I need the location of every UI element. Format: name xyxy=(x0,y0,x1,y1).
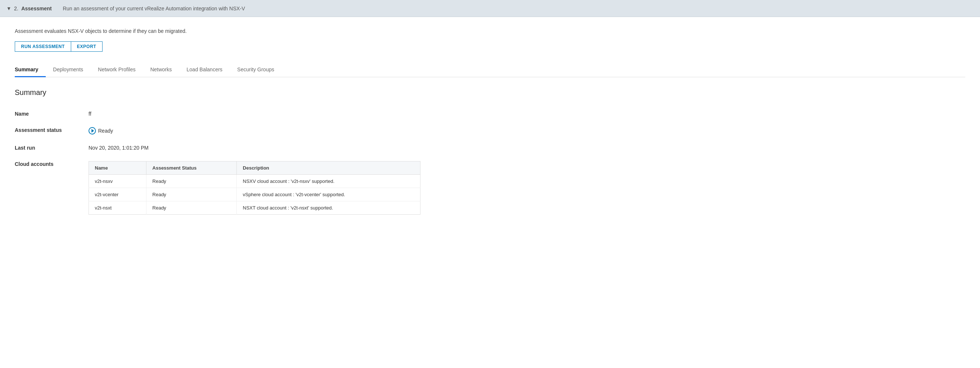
last-run-value: Nov 20, 2020, 1:01:20 PM xyxy=(89,140,965,156)
assessment-title: Assessment xyxy=(21,6,52,11)
action-buttons: RUN ASSESSMENT EXPORT xyxy=(15,42,965,52)
assessment-status-value: Ready xyxy=(89,122,965,140)
account-status-cell: Ready xyxy=(146,175,237,188)
col-header-name: Name xyxy=(89,162,146,175)
account-description-cell: NSXT cloud account : 'v2t-nsxt' supporte… xyxy=(237,202,420,215)
account-description-cell: vSphere cloud account : 'v2t-vcenter' su… xyxy=(237,188,420,202)
assessment-intro: Assessment evaluates NSX-V objects to de… xyxy=(15,28,965,34)
table-row: v2t-nsxvReadyNSXV cloud account : 'v2t-n… xyxy=(89,175,420,188)
tab-network-profiles[interactable]: Network Profiles xyxy=(98,63,143,77)
tab-summary[interactable]: Summary xyxy=(15,63,46,77)
status-circle-icon xyxy=(89,127,96,134)
cloud-accounts-table: Name Assessment Status Description v2t-n… xyxy=(89,161,420,215)
tab-deployments[interactable]: Deployments xyxy=(53,63,91,77)
main-content: Assessment evaluates NSX-V objects to de… xyxy=(0,17,980,368)
tab-bar: Summary Deployments Network Profiles Net… xyxy=(15,63,965,77)
collapse-chevron[interactable]: ▾ xyxy=(7,5,10,12)
name-label: Name xyxy=(15,106,89,122)
tab-load-balancers[interactable]: Load Balancers xyxy=(187,63,230,77)
top-bar: ▾ 2. Assessment Run an assessment of you… xyxy=(0,0,980,17)
table-row: v2t-vcenterReadyvSphere cloud account : … xyxy=(89,188,420,202)
cloud-accounts-table-wrapper: Name Assessment Status Description v2t-n… xyxy=(89,156,965,220)
name-value: ff xyxy=(89,106,965,122)
run-assessment-button[interactable]: RUN ASSESSMENT xyxy=(15,42,71,52)
summary-heading: Summary xyxy=(15,88,965,97)
account-status-cell: Ready xyxy=(146,188,237,202)
account-name-cell: v2t-nsxv xyxy=(89,175,146,188)
table-row: v2t-nsxtReadyNSXT cloud account : 'v2t-n… xyxy=(89,202,420,215)
table-header-row: Name Assessment Status Description xyxy=(89,162,420,175)
export-button[interactable]: EXPORT xyxy=(71,42,103,52)
cloud-accounts-label: Cloud accounts xyxy=(15,156,89,220)
assessment-status-label: Assessment status xyxy=(15,122,89,140)
status-arrow-icon xyxy=(91,129,94,133)
step-number: 2. xyxy=(14,6,18,11)
tab-security-groups[interactable]: Security Groups xyxy=(237,63,282,77)
summary-info-grid: Name ff Assessment status Ready Last run… xyxy=(15,106,965,220)
account-name-cell: v2t-nsxt xyxy=(89,202,146,215)
tab-networks[interactable]: Networks xyxy=(150,63,179,77)
last-run-label: Last run xyxy=(15,140,89,156)
account-status-cell: Ready xyxy=(146,202,237,215)
account-description-cell: NSXV cloud account : 'v2t-nsxv' supporte… xyxy=(237,175,420,188)
account-name-cell: v2t-vcenter xyxy=(89,188,146,202)
status-text: Ready xyxy=(98,128,113,134)
col-header-description: Description xyxy=(237,162,420,175)
col-header-status: Assessment Status xyxy=(146,162,237,175)
assessment-description-header: Run an assessment of your current vReali… xyxy=(63,6,245,11)
